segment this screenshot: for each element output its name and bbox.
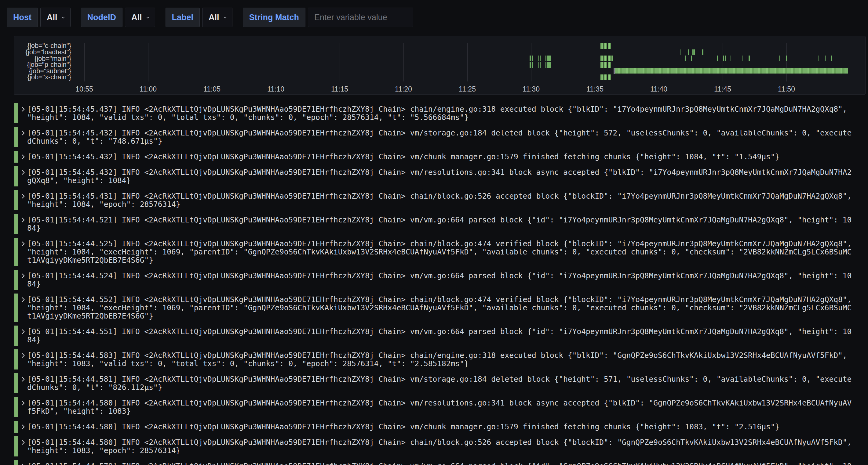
gridline xyxy=(531,43,531,81)
gridline xyxy=(659,43,659,81)
log-row[interactable]: [05-01|15:54:45.437] INFO <2AcRkXTLLtQjv… xyxy=(14,103,868,123)
timeline-series-label: {job="c-chain"} xyxy=(14,42,71,49)
log-line: dChunks": 0, "t": "826.112µs"} xyxy=(27,383,868,392)
gridline xyxy=(786,43,787,81)
chevron-right-icon[interactable] xyxy=(20,296,27,303)
log-message: [05-01|15:54:45.437] INFO <2AcRkXTLLtQjv… xyxy=(27,105,868,122)
log-row[interactable]: [05-01|15:54:45.432] INFO <2AcRkXTLLtQjv… xyxy=(14,127,868,147)
log-event-tick xyxy=(692,49,693,55)
log-line: [05-01|15:54:45.431] INFO <2AcRkXTLLtQjv… xyxy=(27,192,868,200)
chevron-right-icon[interactable] xyxy=(20,424,27,430)
log-row[interactable]: [05-01|15:54:44.521] INFO <2AcRkXTLLtQjv… xyxy=(14,214,868,234)
variable-selected-value: All xyxy=(47,13,57,22)
log-row[interactable]: [05-01|15:54:44.580] INFO <2AcRkXTLLtQjv… xyxy=(14,421,868,433)
log-event-burst xyxy=(600,62,611,68)
log-event-tick xyxy=(540,56,540,61)
gridline xyxy=(467,43,468,81)
log-event-tick xyxy=(723,56,724,61)
log-message: [05-01|15:54:45.432] INFO <2AcRkXTLLtQjv… xyxy=(27,129,868,145)
log-message: [05-01|15:54:44.580] INFO <2AcRkXTLLtQjv… xyxy=(27,438,868,455)
log-row[interactable]: [05-01|15:54:45.432] INFO <2AcRkXTLLtQjv… xyxy=(14,151,868,163)
gridline xyxy=(84,43,85,81)
chevron-right-icon[interactable] xyxy=(20,217,27,223)
log-line: [05-01|15:54:44.580] INFO <2AcRkXTLLtQjv… xyxy=(27,438,868,446)
x-axis-tick-label: 11:15 xyxy=(331,85,348,93)
chevron-right-icon[interactable] xyxy=(20,439,27,446)
chevron-right-icon[interactable] xyxy=(20,130,27,136)
log-row[interactable]: [05-01|15:54:44.579] INFO <2AcRkXTLLtQjv… xyxy=(14,460,868,465)
log-line: [05-01|15:54:44.580] INFO <2AcRkXTLLtQjv… xyxy=(27,399,868,407)
log-event-burst xyxy=(600,56,613,61)
chevron-down-icon xyxy=(223,15,227,20)
chevron-down-icon xyxy=(61,15,65,20)
log-row[interactable]: [05-01|15:54:44.551] INFO <2AcRkXTLLtQjv… xyxy=(14,326,868,346)
log-event-tick xyxy=(550,56,551,61)
log-event-tick xyxy=(717,56,718,61)
log-row[interactable]: [05-01|15:54:44.581] INFO <2AcRkXTLLtQjv… xyxy=(14,373,868,393)
log-row[interactable]: [05-01|15:54:44.580] INFO <2AcRkXTLLtQjv… xyxy=(14,436,868,457)
log-row[interactable]: [05-01|15:54:44.525] INFO <2AcRkXTLLtQjv… xyxy=(14,238,868,266)
log-volume-timeline-panel[interactable]: 10:5511:0011:0511:1011:1511:2011:2511:30… xyxy=(14,36,866,95)
log-event-tick xyxy=(704,49,704,55)
log-line: [05-01|15:54:44.583] INFO <2AcRkXTLLtQjv… xyxy=(27,351,868,359)
variable-dropdown-host[interactable]: All xyxy=(40,8,70,27)
log-row[interactable]: [05-01|15:54:44.552] INFO <2AcRkXTLLtQjv… xyxy=(14,294,868,322)
log-line: [05-01|15:54:45.432] INFO <2AcRkXTLLtQjv… xyxy=(27,153,868,161)
chevron-right-icon[interactable] xyxy=(20,169,27,176)
variable-selected-value: All xyxy=(131,13,142,22)
log-event-tick xyxy=(550,62,551,68)
log-event-tick xyxy=(547,56,550,61)
log-line: [05-01|15:54:44.525] INFO <2AcRkXTLLtQjv… xyxy=(27,239,868,248)
log-line: [05-01|15:54:44.551] INFO <2AcRkXTLLtQjv… xyxy=(27,327,868,336)
variables-toolbar: Host All NodeID All Label All String Mat… xyxy=(0,0,868,27)
gridline xyxy=(403,43,404,81)
string-match-input[interactable] xyxy=(308,8,413,27)
chevron-right-icon[interactable] xyxy=(20,193,27,200)
log-message: [05-01|15:54:44.583] INFO <2AcRkXTLLtQjv… xyxy=(27,351,868,368)
log-message: [05-01|15:54:44.521] INFO <2AcRkXTLLtQjv… xyxy=(27,216,868,232)
variable-label-label[interactable]: Label xyxy=(165,8,200,27)
log-line: 84} xyxy=(27,224,868,232)
log-event-tick xyxy=(742,56,742,61)
log-message: [05-01|15:54:45.432] INFO <2AcRkXTLLtQjv… xyxy=(27,168,868,185)
chevron-right-icon[interactable] xyxy=(20,400,27,406)
log-event-tick xyxy=(685,56,686,61)
log-row[interactable]: [05-01|15:54:44.583] INFO <2AcRkXTLLtQjv… xyxy=(14,350,868,369)
x-axis-tick-label: 11:30 xyxy=(523,85,540,93)
log-event-tick xyxy=(831,56,832,61)
log-row[interactable]: [05-01|15:54:45.431] INFO <2AcRkXTLLtQjv… xyxy=(14,190,868,210)
log-event-tick xyxy=(532,56,533,61)
chevron-right-icon[interactable] xyxy=(20,463,27,465)
chevron-right-icon[interactable] xyxy=(20,328,27,335)
log-row[interactable]: [05-01|15:54:45.432] INFO <2AcRkXTLLtQjv… xyxy=(14,166,868,187)
gridline xyxy=(340,43,340,81)
variable-label-nodeid[interactable]: NodeID xyxy=(81,8,123,27)
log-line: "height": 1084, "execHeight": 1069, "par… xyxy=(27,248,868,256)
timeline-series-label: {job="x-chain"} xyxy=(14,74,71,80)
chevron-right-icon[interactable] xyxy=(20,240,27,247)
log-row[interactable]: [05-01|15:54:44.524] INFO <2AcRkXTLLtQjv… xyxy=(14,270,868,290)
log-event-tick xyxy=(725,56,726,61)
log-line: "height": 1084, "valid txs": 0, "total t… xyxy=(27,113,868,122)
variable-label-host[interactable]: Host xyxy=(7,8,38,27)
x-axis-tick-label: 11:45 xyxy=(714,85,731,93)
chevron-right-icon[interactable] xyxy=(20,154,27,160)
chevron-right-icon[interactable] xyxy=(20,376,27,383)
variable-dropdown-nodeid[interactable]: All xyxy=(125,8,155,27)
log-row[interactable]: [05-01|15:54:44.580] INFO <2AcRkXTLLtQjv… xyxy=(14,397,868,417)
logs-panel: [05-01|15:54:45.437] INFO <2AcRkXTLLtQjv… xyxy=(0,103,868,465)
chevron-right-icon[interactable] xyxy=(20,106,27,112)
variable-dropdown-label[interactable]: All xyxy=(202,8,232,27)
log-line: f5FkD", "height": 1083} xyxy=(27,407,868,415)
log-event-tick xyxy=(688,49,689,55)
variable-label-string-match[interactable]: String Match xyxy=(243,8,306,27)
log-message: [05-01|15:54:45.431] INFO <2AcRkXTLLtQjv… xyxy=(27,192,868,208)
timeline-series-label: {job="loadtest"} xyxy=(14,49,71,55)
x-axis-tick-label: 11:20 xyxy=(395,85,412,93)
log-event-tick xyxy=(546,62,547,68)
chevron-right-icon[interactable] xyxy=(20,352,27,359)
chevron-right-icon[interactable] xyxy=(20,272,27,279)
variable-group-host: Host All xyxy=(7,8,70,27)
log-event-tick xyxy=(779,56,780,61)
log-event-tick xyxy=(530,62,531,68)
